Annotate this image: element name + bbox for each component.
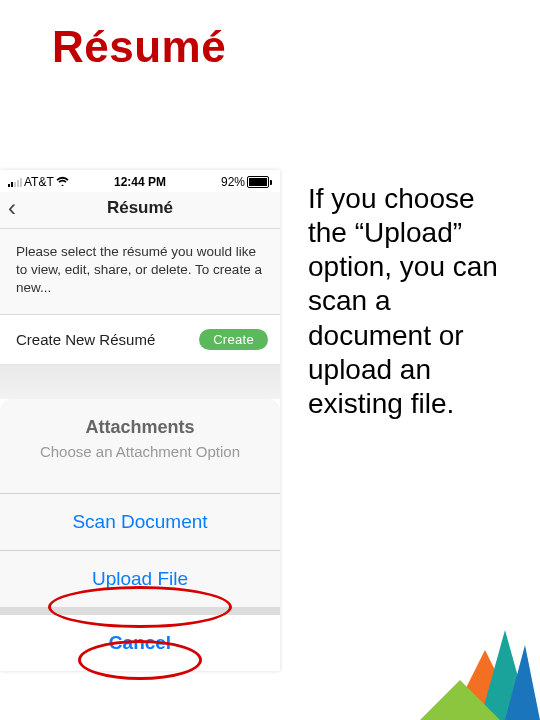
scan-document-option[interactable]: Scan Document <box>0 494 280 550</box>
carrier-label: AT&T <box>24 175 54 189</box>
nav-bar: ‹ Résumé <box>0 192 280 229</box>
nav-title: Résumé <box>107 198 173 217</box>
back-icon[interactable]: ‹ <box>8 194 16 222</box>
decorative-corner-icon <box>390 590 540 720</box>
slide-title: Résumé <box>52 22 540 72</box>
battery-icon <box>247 176 272 188</box>
battery-percent: 92% <box>221 175 245 189</box>
phone-screenshot: AT&T 12:44 PM 92% ‹ Résumé Please select… <box>0 170 280 671</box>
status-time: 12:44 PM <box>96 175 184 189</box>
signal-icon <box>8 177 22 187</box>
wifi-icon <box>56 175 69 189</box>
sheet-subtitle: Choose an Attachment Option <box>20 442 260 462</box>
cancel-button[interactable]: Cancel <box>0 615 280 671</box>
create-row: Create New Résumé Create <box>0 315 280 365</box>
upload-file-option[interactable]: Upload File <box>0 551 280 607</box>
create-label: Create New Résumé <box>16 331 155 348</box>
ios-status-bar: AT&T 12:44 PM 92% <box>0 170 280 192</box>
instruction-text: Please select the résumé you would like … <box>0 229 280 315</box>
action-sheet: Attachments Choose an Attachment Option … <box>0 399 280 608</box>
create-button[interactable]: Create <box>199 329 268 350</box>
sheet-title: Attachments <box>20 417 260 438</box>
